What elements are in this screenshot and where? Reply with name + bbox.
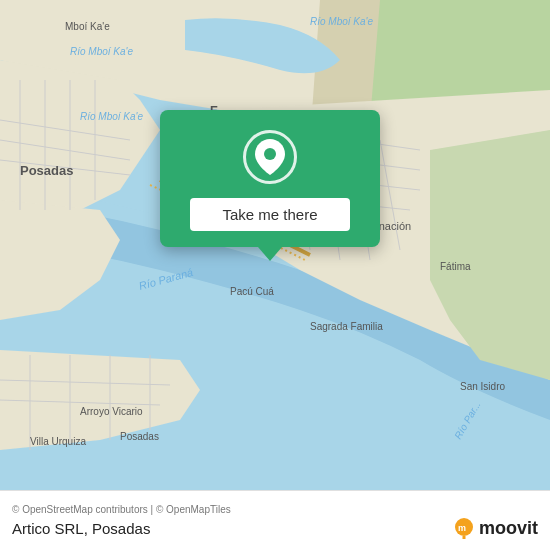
- svg-text:Río Mboí Ka'e: Río Mboí Ka'e: [70, 46, 133, 57]
- svg-text:Sagrada Familia: Sagrada Familia: [310, 321, 383, 332]
- svg-text:Villa Urquiza: Villa Urquiza: [30, 436, 86, 447]
- svg-text:m: m: [458, 523, 466, 533]
- svg-text:San Isidro: San Isidro: [460, 381, 505, 392]
- svg-text:Posadas: Posadas: [120, 431, 159, 442]
- svg-point-40: [264, 148, 276, 160]
- svg-text:Fátima: Fátima: [440, 261, 471, 272]
- popup-card: Take me there: [160, 110, 380, 247]
- bottom-row: Artico SRL, Posadas m moovit: [12, 517, 538, 539]
- navigation-popup: Take me there: [155, 110, 385, 261]
- moovit-brand-text: moovit: [479, 518, 538, 539]
- svg-text:Pacú Cuá: Pacú Cuá: [230, 286, 274, 297]
- location-icon-wrapper: [243, 130, 297, 184]
- map-attribution: © OpenStreetMap contributors | © OpenMap…: [12, 504, 538, 515]
- popup-tail: [258, 247, 282, 261]
- svg-text:Posadas: Posadas: [20, 163, 73, 178]
- place-name: Artico SRL, Posadas: [12, 520, 150, 537]
- svg-text:Río Mboí Ka'e: Río Mboí Ka'e: [310, 16, 373, 27]
- moovit-icon: m: [453, 517, 475, 539]
- svg-text:Río Mboí Ka'e: Río Mboí Ka'e: [80, 111, 143, 122]
- bottom-bar: © OpenStreetMap contributors | © OpenMap…: [0, 490, 550, 550]
- map: Río Paraná Río Mboí Ka'e Río Mboí Ka'e R…: [0, 0, 550, 490]
- location-pin-icon: [255, 139, 285, 175]
- svg-text:Arroyo Vicario: Arroyo Vicario: [80, 406, 143, 417]
- svg-text:Mboí Ka'e: Mboí Ka'e: [65, 21, 110, 32]
- take-me-there-button[interactable]: Take me there: [190, 198, 350, 231]
- moovit-logo: m moovit: [453, 517, 538, 539]
